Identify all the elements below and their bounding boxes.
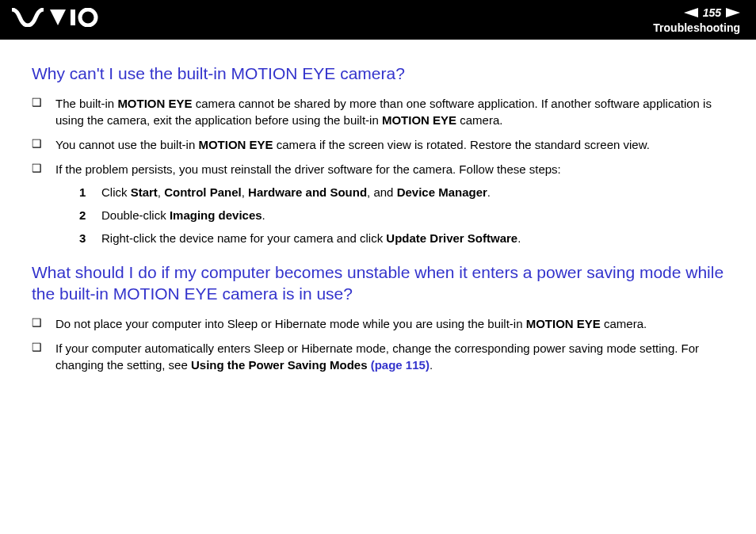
text: . — [430, 358, 433, 372]
text-bold: Imaging devices — [170, 208, 262, 222]
text: . — [262, 208, 265, 222]
page-nav: 155 — [684, 6, 740, 19]
section2-heading: What should I do if my computer becomes … — [32, 262, 724, 304]
step-number: 1 — [79, 184, 86, 200]
text-bold: Using the Power Saving Modes — [191, 358, 371, 372]
text-bold: MOTION EYE — [382, 113, 456, 127]
page-content: Why can't I use the built-in MOTION EYE … — [0, 40, 756, 397]
text: Double-click — [101, 208, 170, 222]
svg-point-1 — [80, 10, 96, 25]
page-link[interactable]: (page 115) — [371, 358, 430, 372]
text: , and — [367, 185, 397, 199]
list-item: Do not place your computer into Sleep or… — [32, 315, 724, 332]
text: . — [517, 231, 521, 245]
text: If the problem persists, you must reinst… — [55, 162, 561, 176]
step-number: 2 — [79, 207, 86, 223]
text: Do not place your computer into Sleep or… — [55, 317, 526, 330]
step-number: 3 — [79, 230, 86, 246]
text: camera. — [456, 113, 502, 127]
text: Right-click the device name for your cam… — [101, 231, 386, 245]
step-item: 3 Right-click the device name for your c… — [79, 230, 724, 246]
text: , — [242, 185, 248, 199]
header-right: 155 Troubleshooting — [653, 6, 740, 34]
text-bold: MOTION EYE — [526, 317, 601, 330]
page-header: 155 Troubleshooting — [0, 0, 756, 40]
vaio-logo — [12, 8, 99, 32]
list-item: If your computer automatically enters Sl… — [32, 340, 724, 373]
list-item: You cannot use the built-in MOTION EYE c… — [32, 136, 724, 153]
section1-heading: Why can't I use the built-in MOTION EYE … — [32, 63, 724, 84]
text-bold: MOTION EYE — [117, 97, 192, 110]
text-bold: Update Driver Software — [386, 231, 517, 245]
text-bold: Device Manager — [397, 185, 487, 199]
steps-list: 1 Click Start, Control Panel, Hardware a… — [79, 184, 724, 246]
text: , — [158, 185, 164, 199]
text: camera. — [601, 317, 647, 330]
list-item: The built-in MOTION EYE camera cannot be… — [32, 95, 724, 128]
section-label: Troubleshooting — [653, 21, 740, 34]
section2-bullets: Do not place your computer into Sleep or… — [32, 315, 724, 373]
section1-bullets: The built-in MOTION EYE camera cannot be… — [32, 95, 724, 246]
text-bold: Hardware and Sound — [248, 185, 367, 199]
next-page-arrow-icon[interactable] — [726, 8, 740, 17]
step-item: 2 Double-click Imaging devices. — [79, 207, 724, 223]
text: camera if the screen view is rotated. Re… — [273, 138, 650, 151]
prev-page-arrow-icon[interactable] — [684, 8, 698, 17]
page-number: 155 — [703, 6, 721, 19]
text: You cannot use the built-in — [55, 138, 198, 151]
text-bold: Control Panel — [164, 185, 242, 199]
text: . — [487, 185, 491, 199]
text-bold: MOTION EYE — [198, 138, 273, 151]
svg-rect-0 — [71, 10, 75, 25]
list-item: If the problem persists, you must reinst… — [32, 161, 724, 246]
text: The built-in — [55, 97, 117, 110]
step-item: 1 Click Start, Control Panel, Hardware a… — [79, 184, 724, 200]
text: Click — [101, 185, 131, 199]
text-bold: Start — [131, 185, 158, 199]
